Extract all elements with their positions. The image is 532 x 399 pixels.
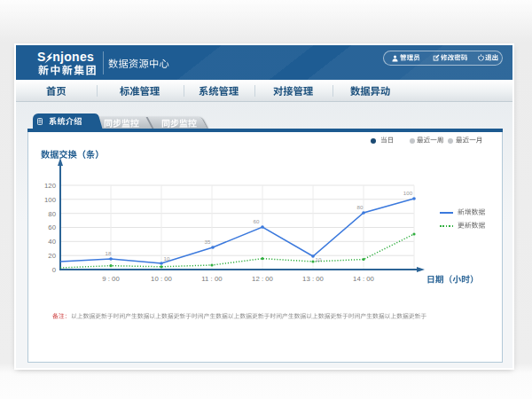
svg-text:35: 35 bbox=[205, 239, 211, 245]
svg-text:0: 0 bbox=[52, 266, 57, 274]
svg-text:9 : 00: 9 : 00 bbox=[102, 275, 120, 283]
svg-text:60: 60 bbox=[48, 223, 56, 231]
svg-text:100: 100 bbox=[44, 196, 57, 204]
svg-text:11 : 00: 11 : 00 bbox=[201, 275, 223, 283]
svg-text:20: 20 bbox=[48, 252, 56, 260]
svg-text:60: 60 bbox=[254, 218, 260, 224]
svg-text:14 : 00: 14 : 00 bbox=[353, 275, 375, 283]
svg-text:18: 18 bbox=[106, 250, 112, 256]
svg-text:10 : 00: 10 : 00 bbox=[151, 275, 173, 283]
svg-text:80: 80 bbox=[357, 204, 364, 210]
svg-text:13 : 00: 13 : 00 bbox=[302, 275, 325, 283]
svg-text:10: 10 bbox=[164, 255, 170, 262]
svg-text:120: 120 bbox=[44, 182, 57, 190]
svg-text:100: 100 bbox=[403, 190, 413, 196]
svg-text:40: 40 bbox=[48, 238, 56, 246]
svg-text:80: 80 bbox=[48, 210, 56, 218]
svg-text:12 : 00: 12 : 00 bbox=[252, 275, 274, 283]
svg-text:10: 10 bbox=[316, 256, 322, 262]
